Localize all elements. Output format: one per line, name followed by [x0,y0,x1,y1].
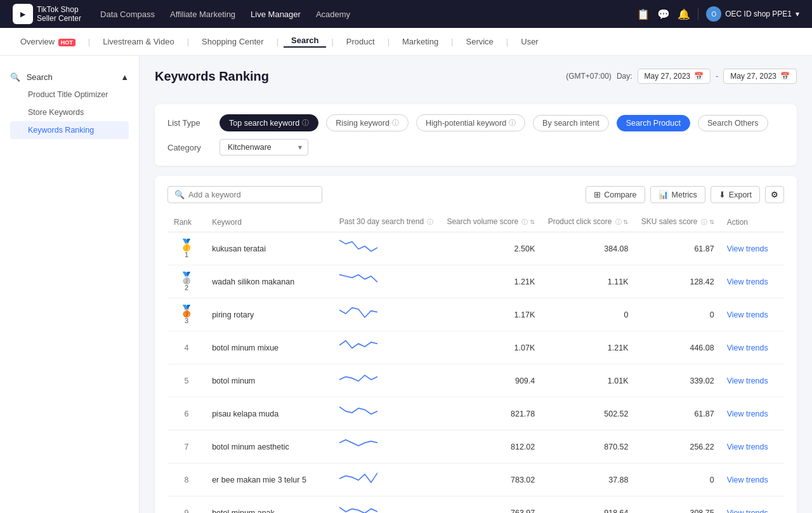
search-icon: 🔍 [10,72,20,82]
subnav-service[interactable]: Service [459,37,501,46]
sidebar-item-product-title-optimizer[interactable]: Product Title Optimizer [10,86,129,103]
date-to-input[interactable]: May 27, 2023 📅 [723,69,797,84]
search-volume-cell: 2.50K [440,232,541,265]
sort-icon-volume: ⓘ ⇅ [521,218,535,225]
action-cell: View trends [721,463,784,496]
product-click-cell: 502.52 [541,397,634,430]
keyword-cell: kukusan teratai [206,232,333,265]
subnav-marketing[interactable]: Marketing [395,37,446,46]
top-navigation: ▶ TikTok Shop Seller Center Data Compass… [0,0,812,28]
col-product-click[interactable]: Product click score ⓘ ⇅ [541,212,634,232]
nav-live-manager[interactable]: Live Manager [251,10,301,19]
view-trends-link[interactable]: View trends [727,476,768,484]
subnav-product[interactable]: Product [339,37,383,46]
rank-cell: 6 [167,397,206,430]
user-name: OEC ID shop PPE1 [725,10,792,18]
nav-academy[interactable]: Academy [316,10,350,19]
sku-sales-cell: 446.08 [634,331,720,364]
view-trends-link[interactable]: View trends [727,244,768,253]
sidebar-item-store-keywords[interactable]: Store Keywords [10,103,129,121]
date-from-input[interactable]: May 27, 2023 📅 [638,69,711,84]
export-button[interactable]: ⬇ Export [710,186,760,203]
user-menu[interactable]: O OEC ID shop PPE1 ▾ [706,6,799,22]
search-volume-cell: 783.02 [440,463,541,496]
keyword-cell: wadah silikon makanan [206,265,333,298]
info-icon-1: ⓘ [392,118,399,128]
keyword-cell: piring rotary [206,298,333,331]
table-row: 🥉3 piring rotary 1.17K 0 0 View trends [167,298,784,331]
category-select-wrapper: Kitchenware [219,139,308,156]
nav-data-compass[interactable]: Data Compass [100,10,155,19]
settings-icon-button[interactable]: ⚙ [765,186,784,203]
action-cell: View trends [721,496,784,514]
sku-sales-cell: 308.75 [634,496,720,514]
view-trends-link[interactable]: View trends [727,509,768,514]
filter-rising-keyword[interactable]: Rising keyword ⓘ [326,114,409,131]
chart-cell [333,298,440,331]
filter-search-others[interactable]: Search Others [698,115,768,131]
sku-sales-cell: 339.02 [634,364,720,397]
top-nav-menu: Data Compass Affiliate Marketing Live Ma… [100,10,350,19]
logo[interactable]: ▶ TikTok Shop Seller Center [13,4,81,24]
col-sku-sales[interactable]: SKU sales score ⓘ ⇅ [634,212,720,232]
product-click-cell: 37.88 [541,463,634,496]
sidebar-item-keywords-ranking[interactable]: Keywords Ranking [10,121,129,139]
compare-button[interactable]: ⊞ Compare [586,186,645,203]
view-trends-link[interactable]: View trends [727,277,768,286]
subnav-search[interactable]: Search [284,36,326,48]
chart-cell [333,364,440,397]
table-card: 🔍 ⊞ Compare 📊 Metrics ⬇ Export [155,176,797,513]
filter-by-search-intent[interactable]: By search intent [533,115,609,131]
subnav-overview[interactable]: Overview HOT [13,37,83,46]
metrics-icon: 📊 [658,190,669,199]
action-cell: View trends [721,430,784,463]
col-search-volume[interactable]: Search volume score ⓘ ⇅ [440,212,541,232]
action-cell: View trends [721,397,784,430]
filter-card: List Type Top search keyword ⓘ Rising ke… [155,104,797,166]
filter-high-potential[interactable]: High-potential keyword ⓘ [416,114,525,131]
toolbar-actions: ⊞ Compare 📊 Metrics ⬇ Export ⚙ [586,186,784,203]
search-volume-cell: 909.4 [440,364,541,397]
filter-top-search-keyword[interactable]: Top search keyword ⓘ [219,114,318,131]
search-icon-small: 🔍 [174,190,185,199]
logo-text: TikTok Shop Seller Center [37,5,81,23]
day-label: Day: [617,72,632,81]
search-volume-cell: 763.97 [440,496,541,514]
table-row: 4 botol minum mixue 1.07K 1.21K 446.08 V… [167,331,784,364]
view-trends-link[interactable]: View trends [727,410,768,418]
subnav-user[interactable]: User [513,37,546,46]
filter-search-product[interactable]: Search Product [617,115,690,131]
chart-cell [333,463,440,496]
chat-icon[interactable]: 💬 [657,8,670,20]
col-action: Action [721,212,784,232]
category-select[interactable]: Kitchenware [219,139,308,156]
view-trends-link[interactable]: View trends [727,310,768,319]
sidebar-section-header[interactable]: 🔍 Search ▲ [10,69,129,86]
list-type-row: List Type Top search keyword ⓘ Rising ke… [167,114,784,131]
sku-sales-cell: 128.42 [634,265,720,298]
timezone-label: (GMT+07:00) [566,72,612,81]
rank-cell: 8 [167,463,206,496]
info-icon-2: ⓘ [509,118,516,128]
subnav-livestream[interactable]: Livestream & Video [95,37,182,46]
view-trends-link[interactable]: View trends [727,443,768,451]
sub-navigation: Overview HOT | Livestream & Video | Shop… [0,28,812,56]
metrics-button[interactable]: 📊 Metrics [650,186,705,203]
hot-badge: HOT [58,39,75,46]
search-input[interactable] [188,190,315,199]
bell-icon[interactable]: 🔔 [678,8,690,20]
product-click-cell: 384.08 [541,232,634,265]
chevron-down-icon: ▾ [796,10,799,18]
product-click-cell: 0 [541,298,634,331]
page-title: Keywords Ranking [155,69,269,84]
action-cell: View trends [721,265,784,298]
subnav-shopping-center[interactable]: Shopping Center [194,37,272,46]
clipboard-icon[interactable]: 📋 [637,8,650,20]
view-trends-link[interactable]: View trends [727,376,768,385]
view-trends-link[interactable]: View trends [727,343,768,352]
keyword-search-box[interactable]: 🔍 [167,186,322,203]
table-row: 🥇1 kukusan teratai 2.50K 384.08 61.87 Vi… [167,232,784,265]
date-row: (GMT+07:00) Day: May 27, 2023 📅 - May 27… [566,69,797,84]
nav-affiliate-marketing[interactable]: Affiliate Marketing [170,10,235,19]
calendar-icon: 📅 [694,72,704,81]
